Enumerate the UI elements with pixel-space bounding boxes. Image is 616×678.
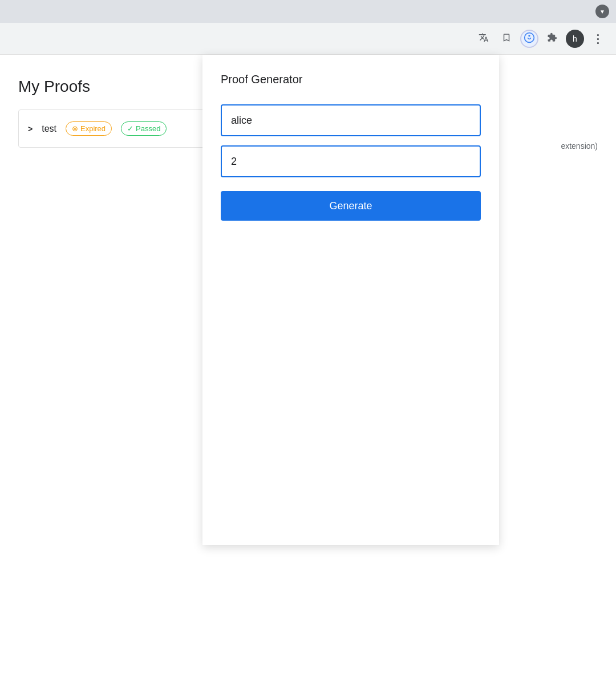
chrome-top-bar: ▼ [0,0,616,23]
svg-point-0 [525,33,534,42]
active-extension-icon [524,32,535,46]
extension-popup: Proof Generator Generate [202,55,499,545]
number-input[interactable] [221,145,481,177]
bookmark-button[interactable] [497,30,516,48]
expired-badge-icon: ⊗ [72,124,78,133]
passed-badge: ✓ Passed [121,121,167,136]
passed-badge-icon: ✓ [127,124,133,133]
generate-button[interactable]: Generate [221,191,481,221]
puzzle-button[interactable] [543,30,561,48]
bookmark-icon [501,33,512,45]
extension-active-button[interactable] [520,30,538,48]
chrome-toolbar: h ⋮ [0,23,616,55]
background-page: My Proofs > test ⊗ Expired ✓ Passed exte… [0,55,616,678]
chrome-dropdown-button[interactable]: ▼ [595,5,609,18]
popup-title: Proof Generator [221,73,481,86]
chevron-icon[interactable]: > [28,124,33,133]
translate-button[interactable] [475,30,493,48]
passed-badge-label: Passed [136,124,160,133]
expired-badge-label: Expired [80,124,106,133]
extension-text: extension) [561,141,598,151]
more-icon: ⋮ [592,32,603,46]
expired-badge: ⊗ Expired [66,121,112,136]
dropdown-icon: ▼ [599,9,605,15]
name-input[interactable] [221,104,481,136]
user-avatar-button[interactable]: h [566,30,584,48]
translate-icon [479,33,489,45]
avatar-label: h [573,34,577,43]
proof-name: test [42,124,56,134]
more-button[interactable]: ⋮ [589,30,607,48]
puzzle-icon [547,33,557,45]
